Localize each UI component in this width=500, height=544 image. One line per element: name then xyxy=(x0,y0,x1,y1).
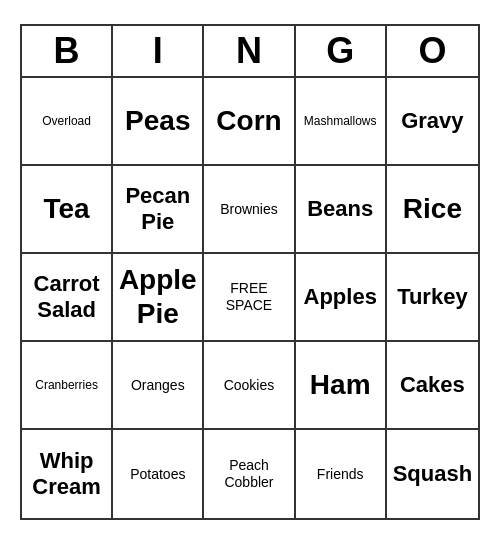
cell-text: Cranberries xyxy=(35,378,98,392)
cell-text: Beans xyxy=(307,196,373,222)
bingo-cell: Turkey xyxy=(387,254,478,342)
header-letter-b: B xyxy=(22,26,113,76)
cell-text: Friends xyxy=(317,466,364,483)
bingo-cell: Tea xyxy=(22,166,113,254)
cell-text: Cookies xyxy=(224,377,275,394)
bingo-cell: Apples xyxy=(296,254,387,342)
bingo-cell: Peas xyxy=(113,78,204,166)
bingo-cell: Whip Cream xyxy=(22,430,113,518)
header-letter-g: G xyxy=(296,26,387,76)
cell-text: Peach Cobbler xyxy=(208,457,289,491)
cell-text: Whip Cream xyxy=(26,448,107,501)
cell-text: Brownies xyxy=(220,201,278,218)
bingo-cell: Cookies xyxy=(204,342,295,430)
cell-text: Mashmallows xyxy=(304,114,377,128)
bingo-cell: Cakes xyxy=(387,342,478,430)
bingo-card: BINGO OverloadPeasCornMashmallowsGravyTe… xyxy=(20,24,480,520)
bingo-header: BINGO xyxy=(22,26,478,78)
header-letter-n: N xyxy=(204,26,295,76)
cell-text: Corn xyxy=(216,104,281,138)
cell-text: Apple Pie xyxy=(117,263,198,330)
cell-text: Overload xyxy=(42,114,91,128)
bingo-cell: Apple Pie xyxy=(113,254,204,342)
bingo-cell: Overload xyxy=(22,78,113,166)
header-letter-i: I xyxy=(113,26,204,76)
bingo-grid: OverloadPeasCornMashmallowsGravyTeaPecan… xyxy=(22,78,478,518)
bingo-cell: Gravy xyxy=(387,78,478,166)
cell-text: Oranges xyxy=(131,377,185,394)
cell-text: Peas xyxy=(125,104,190,138)
bingo-cell: Potatoes xyxy=(113,430,204,518)
cell-text: Gravy xyxy=(401,108,463,134)
header-letter-o: O xyxy=(387,26,478,76)
cell-text: Cakes xyxy=(400,372,465,398)
bingo-cell: Rice xyxy=(387,166,478,254)
cell-text: Potatoes xyxy=(130,466,185,483)
bingo-cell: Ham xyxy=(296,342,387,430)
cell-text: Apples xyxy=(304,284,377,310)
bingo-cell: Pecan Pie xyxy=(113,166,204,254)
bingo-cell: Corn xyxy=(204,78,295,166)
bingo-cell: Squash xyxy=(387,430,478,518)
cell-text: Pecan Pie xyxy=(117,183,198,236)
cell-text: Ham xyxy=(310,368,371,402)
cell-text: Turkey xyxy=(397,284,468,310)
bingo-cell: Cranberries xyxy=(22,342,113,430)
bingo-cell: Beans xyxy=(296,166,387,254)
bingo-cell: Brownies xyxy=(204,166,295,254)
bingo-cell: Friends xyxy=(296,430,387,518)
bingo-cell: Oranges xyxy=(113,342,204,430)
cell-text: FREE SPACE xyxy=(208,280,289,314)
cell-text: Carrot Salad xyxy=(26,271,107,324)
bingo-cell: Mashmallows xyxy=(296,78,387,166)
bingo-cell: Carrot Salad xyxy=(22,254,113,342)
cell-text: Squash xyxy=(393,461,472,487)
cell-text: Tea xyxy=(44,192,90,226)
bingo-cell: FREE SPACE xyxy=(204,254,295,342)
cell-text: Rice xyxy=(403,192,462,226)
bingo-cell: Peach Cobbler xyxy=(204,430,295,518)
